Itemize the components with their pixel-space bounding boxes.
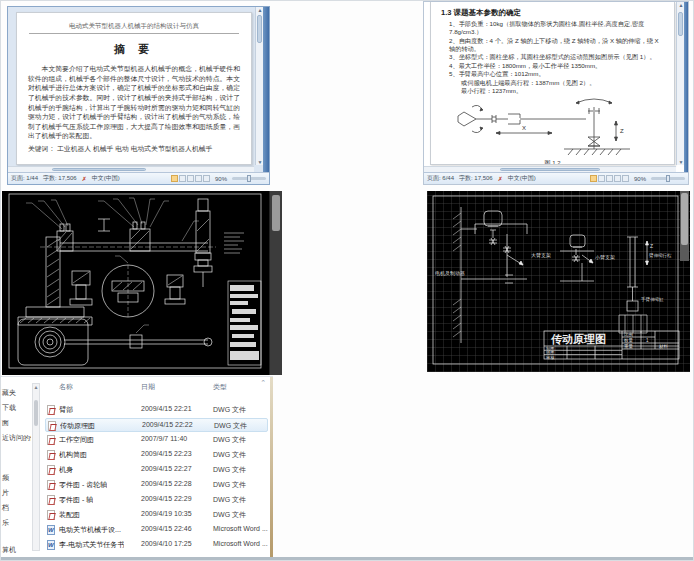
file-row[interactable]: 臂部 2009/4/15 22:21 DWG 文件	[45, 403, 268, 417]
file-explorer-window: 藏夹 下载 面 近访问的位置 频 片 档 乐 算机 ▲ 名称 日期 类型 ⌃ 臂…	[1, 376, 273, 558]
title-block	[228, 281, 261, 365]
zoom-slider-handle[interactable]	[247, 175, 251, 182]
abstract-body: 本文简要介绍了电动式关节型机器人机械手的概念，机械手硬件和软件的组成，机械手各个…	[28, 64, 240, 141]
print-layout-button[interactable]	[590, 175, 597, 182]
file-row[interactable]: 李-电动式关节任务书 2009/4/10 17:25 Microsoft Wor…	[45, 538, 268, 552]
column-header-type[interactable]: 类型	[213, 382, 227, 392]
sidebar-item-music[interactable]: 乐	[2, 518, 9, 528]
word-count[interactable]: 字数: 17,506	[459, 174, 493, 183]
file-name: 李-电动式关节任务书	[59, 540, 124, 550]
dwg-file-icon	[47, 405, 55, 415]
sidebar-item-downloads[interactable]: 下载	[2, 403, 16, 413]
parameter-item: 4、最大工作半径：1800mm，最小工作半径 1350mm。	[449, 62, 666, 70]
column-header-date[interactable]: 日期	[141, 382, 155, 392]
page-indicator[interactable]: 页面: 6/44	[427, 174, 454, 183]
sidebar-item-videos[interactable]: 频	[2, 473, 9, 483]
sort-indicator-icon[interactable]: ⌃	[260, 379, 266, 387]
spellcheck-icon[interactable]: ✗	[498, 175, 503, 182]
file-name: 机身	[59, 465, 73, 475]
zoom-slider[interactable]	[232, 177, 266, 180]
fullscreen-reading-button[interactable]	[179, 175, 186, 182]
zoom-level[interactable]: 90%	[215, 176, 227, 182]
file-type: DWG 文件	[214, 421, 247, 431]
sidebar-item-pictures[interactable]: 片	[2, 488, 9, 498]
zoom-slider[interactable]	[651, 177, 685, 180]
file-date: 2009/4/15 22:22	[142, 421, 193, 428]
scroll-thumb[interactable]	[257, 15, 262, 43]
file-row[interactable]: 机构简图 2009/4/15 22:23 DWG 文件	[45, 448, 268, 462]
scroll-thumb[interactable]	[681, 193, 688, 245]
draft-button[interactable]	[203, 175, 210, 182]
scroll-up-icon[interactable]: ▲	[33, 384, 39, 390]
x-axis-label: X	[522, 125, 526, 131]
scroll-thumb[interactable]	[34, 400, 38, 426]
outline-button[interactable]	[195, 175, 202, 182]
zoom-level[interactable]: 90%	[634, 176, 646, 182]
canvas-bottom-border	[1, 557, 693, 560]
outline-button[interactable]	[614, 175, 621, 182]
file-row-selected[interactable]: 传动原理图 2009/4/15 22:22 DWG 文件	[45, 418, 268, 432]
scroll-thumb[interactable]	[678, 12, 683, 36]
file-name: 机构简图	[59, 450, 87, 460]
file-row[interactable]: 机身 2009/4/15 22:27 DWG 文件	[45, 463, 268, 477]
word-file-icon	[47, 540, 55, 550]
parameter-item: 最小行程：1237mm。	[461, 87, 666, 95]
sidebar-item-computer[interactable]: 算机	[2, 545, 16, 555]
vertical-scrollbar[interactable]: ▲ ▼	[676, 2, 684, 165]
dwg-file-icon	[47, 450, 55, 460]
cad-scrollbar[interactable]	[269, 191, 282, 375]
page-header: 电动式关节型机器人机械手的结构设计与仿真	[29, 22, 239, 34]
column-header-name[interactable]: 名称	[59, 382, 73, 392]
file-date: 2009/4/10 17:25	[141, 540, 192, 547]
sidebar-item-desktop[interactable]: 面	[2, 418, 9, 428]
file-row[interactable]: 零件图 - 齿轮轴 2009/4/15 22:28 DWG 文件	[45, 478, 268, 492]
sidebar-item-documents[interactable]: 档	[2, 503, 9, 513]
file-type: DWG 文件	[213, 435, 246, 445]
view-mode-buttons[interactable]	[171, 175, 210, 182]
scroll-thumb[interactable]	[500, 168, 601, 171]
page-indicator[interactable]: 页面: 1/44	[11, 174, 38, 183]
spellcheck-icon[interactable]: ✗	[82, 175, 87, 182]
big-arm-label: 大臂支架	[531, 252, 551, 259]
sidebar-item-recent-places[interactable]: 近访问的位置	[2, 433, 31, 443]
file-type: DWG 文件	[213, 510, 246, 520]
language-indicator[interactable]: 中文(中国)	[92, 174, 120, 183]
word-window-abstract: 电动式关节型机器人机械手的结构设计与仿真 摘 要 本文简要介绍了电动式关节型机器…	[7, 6, 270, 185]
fullscreen-reading-button[interactable]	[598, 175, 605, 182]
dwg-file-icon	[47, 480, 55, 490]
file-row[interactable]: 工作空间图 2007/9/7 11:40 DWG 文件	[45, 433, 268, 447]
z-axis-label: Z	[620, 128, 624, 134]
file-date: 2009/4/15 22:27	[141, 465, 192, 472]
scroll-thumb[interactable]	[272, 195, 280, 231]
cad-scrollbar[interactable]	[680, 191, 689, 261]
draft-button[interactable]	[622, 175, 629, 182]
file-name: 传动原理图	[60, 421, 95, 431]
language-indicator[interactable]: 中文(中国)	[508, 174, 536, 183]
view-mode-buttons[interactable]	[590, 175, 629, 182]
file-row[interactable]: 装配图 2009/4/19 10:35 DWG 文件	[45, 508, 268, 522]
parameter-item: 5、手臂最高中心位置：1012mm。	[449, 70, 666, 78]
file-type: DWG 文件	[213, 450, 246, 460]
vertical-scrollbar[interactable]: ▲ ▼	[255, 7, 263, 165]
figure-kinematic-diagram: X Z	[448, 97, 658, 159]
sidebar-item-favorites[interactable]: 藏夹	[2, 388, 16, 398]
file-name: 工作空间图	[59, 435, 94, 445]
small-arm-label: 小臂支架	[595, 254, 615, 261]
web-layout-button[interactable]	[187, 175, 194, 182]
file-row[interactable]: 电动关节机械手设... 2009/4/15 22:46 Microsoft Wo…	[45, 523, 268, 537]
scroll-thumb[interactable]	[52, 168, 145, 171]
file-type: DWG 文件	[213, 405, 246, 415]
file-row[interactable]: 零件图 - 轴 2009/4/15 22:29 DWG 文件	[45, 493, 268, 507]
print-layout-button[interactable]	[171, 175, 178, 182]
zoom-slider-handle[interactable]	[666, 175, 670, 182]
file-type: DWG 文件	[213, 480, 246, 490]
web-layout-button[interactable]	[606, 175, 613, 182]
transmission-diagram-canvas: 电机及制动器 大臂支架 小臂支架 Z 臂伸缩行程 手臂伸缩缸 传动原理图 比例 …	[427, 191, 690, 372]
sidebar-scrollbar[interactable]: ▲	[32, 383, 40, 551]
file-type: DWG 文件	[213, 465, 246, 475]
window-edge	[684, 2, 688, 184]
word-count[interactable]: 字数: 17,506	[43, 174, 77, 183]
file-date: 2009/4/15 22:23	[141, 450, 192, 457]
parameter-item: 1、手部负重：10kg（抓取物体的形状为圆柱体,圆柱半径,高度自定,密度 7.8…	[449, 20, 666, 37]
parameter-item: 3、坐标型式：圆柱坐标，其圆柱坐标型式的运动范围如图所示（见图 1）。	[449, 53, 666, 61]
